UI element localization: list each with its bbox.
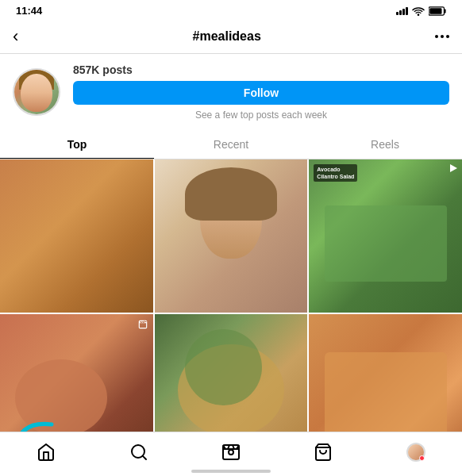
image-grid: AvocadoCilantro Salad <box>0 159 462 476</box>
svg-point-7 <box>229 450 233 455</box>
nav-home[interactable] <box>30 436 62 468</box>
home-indicator <box>191 470 271 473</box>
reels-icon <box>137 319 148 333</box>
svg-rect-6 <box>223 445 239 459</box>
nav-profile[interactable] <box>400 436 432 468</box>
page-title: #mealideas <box>193 29 261 44</box>
nav-search[interactable] <box>123 436 155 468</box>
shop-icon <box>314 443 333 462</box>
signal-icon <box>396 7 408 15</box>
page-header: ‹ #mealideas <box>0 20 462 54</box>
more-options-button[interactable] <box>435 35 449 38</box>
grid-item[interactable] <box>0 159 153 313</box>
tabs-container: Top Recent Reels <box>0 130 462 159</box>
home-icon <box>37 443 56 462</box>
profile-section: 857K posts Follow See a few top posts ea… <box>0 54 462 127</box>
grid-item[interactable]: AvocadoCilantro Salad <box>309 159 462 313</box>
tab-top[interactable]: Top <box>0 130 154 159</box>
tab-reels[interactable]: Reels <box>308 130 462 159</box>
avocado-salad-label: AvocadoCilantro Salad <box>314 164 357 182</box>
nav-shop[interactable] <box>307 436 339 468</box>
notification-dot <box>419 455 425 461</box>
posts-count-text: 857K posts <box>73 63 449 76</box>
avatar <box>13 68 60 116</box>
nav-reels[interactable] <box>215 436 247 468</box>
top-posts-description: See a few top posts each week <box>73 109 449 121</box>
svg-line-5 <box>142 455 145 459</box>
posts-label: posts <box>102 63 132 76</box>
video-play-icon <box>450 164 457 172</box>
status-time: 11:44 <box>16 5 42 17</box>
status-icons <box>396 6 446 16</box>
status-bar: 11:44 <box>0 0 462 20</box>
wifi-icon <box>412 6 425 16</box>
svg-rect-2 <box>429 8 441 14</box>
posts-number: 857K <box>73 63 99 76</box>
svg-rect-1 <box>445 9 446 13</box>
profile-avatar-small <box>406 443 425 462</box>
battery-icon <box>429 6 446 16</box>
grid-item[interactable] <box>155 159 308 313</box>
tab-recent[interactable]: Recent <box>154 130 308 159</box>
search-icon <box>129 443 148 462</box>
reels-nav-icon <box>221 443 241 462</box>
follow-button[interactable]: Follow <box>73 81 449 105</box>
back-button[interactable]: ‹ <box>13 26 18 47</box>
profile-info: 857K posts Follow See a few top posts ea… <box>73 63 449 121</box>
